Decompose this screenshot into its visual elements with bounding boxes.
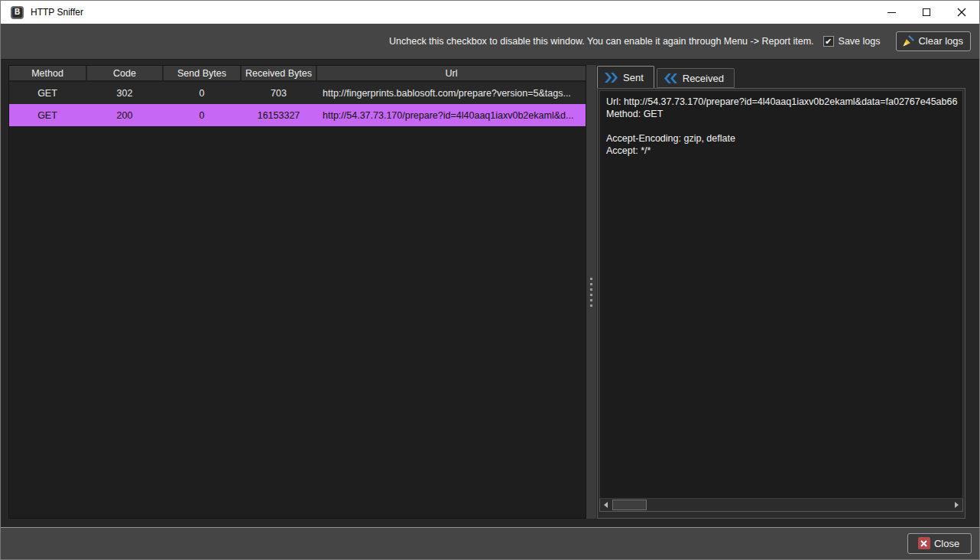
cell-method: GET — [9, 104, 86, 126]
minimize-icon — [888, 12, 896, 13]
broom-icon — [902, 35, 914, 47]
detail-tabbar: Sent Received — [597, 66, 965, 88]
http-sniffer-window: B HTTP Sniffer Uncheck this checkbox to … — [0, 0, 980, 560]
footer-bar: Close — [1, 527, 979, 559]
cell-method: GET — [9, 82, 86, 104]
disable-notice-text: Uncheck this checkbox to disable this wi… — [389, 36, 814, 47]
save-logs-label: Save logs — [839, 36, 881, 47]
clear-logs-button[interactable]: Clear logs — [896, 31, 971, 51]
cell-code: 200 — [87, 104, 162, 126]
cell-received-bytes: 16153327 — [242, 104, 316, 126]
detail-content-frame: Url: http://54.37.73.170/prepare?id=4l40… — [597, 88, 965, 519]
tab-sent[interactable]: Sent — [597, 66, 654, 88]
request-table-body: GET3020703http://fingerprints.bablosoft.… — [9, 82, 586, 126]
request-table-header: MethodCodeSend BytesReceived BytesUrl — [9, 66, 586, 80]
close-button[interactable]: Close — [907, 533, 972, 554]
close-button-label: Close — [934, 538, 959, 549]
scroll-left-button[interactable] — [600, 499, 612, 511]
column-header-received-bytes[interactable]: Received Bytes — [242, 66, 316, 80]
window-controls — [874, 1, 979, 24]
scrollbar-track[interactable] — [612, 499, 951, 511]
app-icon: B — [11, 6, 24, 19]
scroll-right-button[interactable] — [951, 499, 962, 511]
save-logs-checkbox[interactable]: ✔ — [823, 36, 834, 47]
clear-logs-label: Clear logs — [918, 35, 963, 47]
tab-sent-label: Sent — [623, 72, 644, 83]
table-row[interactable]: GET3020703http://fingerprints.bablosoft.… — [9, 82, 586, 104]
requests-table: MethodCodeSend BytesReceived BytesUrl GE… — [8, 65, 586, 519]
main-area: MethodCodeSend BytesReceived BytesUrl GE… — [1, 60, 979, 529]
close-icon — [957, 8, 966, 17]
detail-content: Url: http://54.37.73.170/prepare?id=4l40… — [599, 90, 963, 499]
splitter-grip-icon — [590, 278, 592, 307]
red-x-icon — [918, 537, 930, 549]
double-chevron-right-icon — [605, 73, 618, 83]
column-header-send-bytes[interactable]: Send Bytes — [164, 66, 240, 80]
panel-splitter[interactable] — [586, 65, 596, 519]
maximize-icon — [923, 8, 930, 16]
tab-received-label: Received — [683, 73, 724, 84]
double-chevron-left-icon — [664, 73, 677, 83]
scrollbar-thumb[interactable] — [612, 500, 647, 510]
arrow-right-icon — [955, 502, 959, 508]
maximize-button[interactable] — [909, 1, 944, 24]
title-bar: B HTTP Sniffer — [1, 1, 979, 24]
cell-send-bytes: 0 — [164, 82, 240, 104]
column-header-method[interactable]: Method — [9, 66, 86, 80]
cell-received-bytes: 703 — [242, 82, 316, 104]
cell-code: 302 — [87, 82, 162, 104]
top-toolbar: Uncheck this checkbox to disable this wi… — [1, 24, 979, 60]
minimize-button[interactable] — [874, 1, 909, 24]
table-row[interactable]: GET200016153327http://54.37.73.170/prepa… — [9, 104, 586, 126]
arrow-left-icon — [604, 502, 608, 508]
column-header-url[interactable]: Url — [317, 66, 586, 80]
window-title: HTTP Sniffer — [31, 7, 83, 18]
detail-panel: Sent Received Url: http://54.37.73.170/p… — [597, 66, 965, 519]
column-header-code[interactable]: Code — [87, 66, 162, 80]
close-window-button[interactable] — [944, 1, 979, 24]
cell-url: http://54.37.73.170/prepare?id=4l40aaq1i… — [317, 104, 586, 126]
tab-received[interactable]: Received — [657, 68, 735, 88]
horizontal-scrollbar[interactable] — [599, 499, 963, 512]
cell-send-bytes: 0 — [164, 104, 240, 126]
cell-url: http://fingerprints.bablosoft.com/prepar… — [317, 82, 586, 104]
